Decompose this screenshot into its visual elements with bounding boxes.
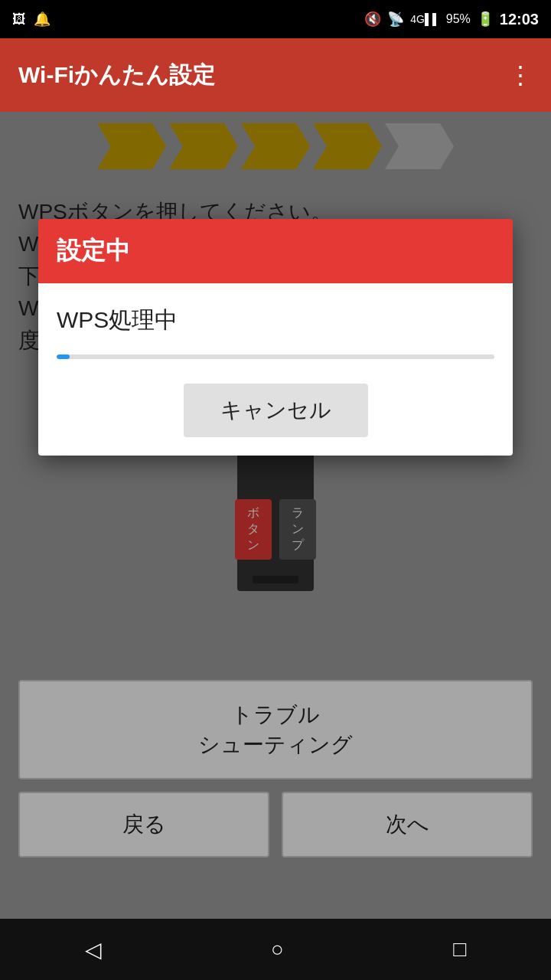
dialog-title: 設定中 bbox=[57, 237, 130, 264]
clock: 12:03 bbox=[500, 11, 539, 28]
dialog-message: WPS処理中 bbox=[57, 305, 494, 336]
system-nav-bar: ◁ ○ □ bbox=[0, 919, 551, 980]
progress-bar-fill bbox=[57, 354, 70, 359]
dialog-title-bar: 設定中 bbox=[38, 219, 513, 283]
dialog-buttons: キャンセル bbox=[57, 384, 494, 437]
dialog-body: WPS処理中 キャンセル bbox=[38, 283, 513, 456]
content-area: WPSボタンを押してください。WPSランプが点滅したら、この画面下にある[次へ]… bbox=[0, 112, 551, 919]
notification-icon: 🔔 bbox=[34, 11, 51, 28]
app-title: Wi-Fiかんたん設定 bbox=[18, 60, 215, 91]
battery-icon: 🔋 bbox=[477, 11, 494, 28]
status-left-icons: 🖼 🔔 bbox=[12, 11, 51, 28]
dialog: 設定中 WPS処理中 キャンセル bbox=[38, 219, 513, 456]
app-bar: Wi-Fiかんたん設定 ⋮ bbox=[0, 38, 551, 112]
back-nav-icon[interactable]: ◁ bbox=[85, 937, 102, 962]
progress-bar-container bbox=[57, 354, 494, 359]
mute-icon: 🔇 bbox=[364, 11, 381, 28]
status-bar: 🖼 🔔 🔇 📡 4G▌▌ 95% 🔋 12:03 bbox=[0, 0, 551, 38]
menu-button[interactable]: ⋮ bbox=[508, 60, 533, 90]
status-right-info: 🔇 📡 4G▌▌ 95% 🔋 12:03 bbox=[364, 11, 539, 28]
cancel-button[interactable]: キャンセル bbox=[184, 384, 368, 437]
cast-icon: 📡 bbox=[387, 11, 404, 28]
recents-nav-icon[interactable]: □ bbox=[453, 937, 466, 962]
dialog-overlay: 設定中 WPS処理中 キャンセル bbox=[0, 112, 551, 919]
home-nav-icon[interactable]: ○ bbox=[271, 937, 284, 962]
photo-icon: 🖼 bbox=[12, 11, 26, 28]
signal-icon: 4G▌▌ bbox=[410, 13, 440, 25]
battery-percent: 95% bbox=[446, 12, 471, 26]
